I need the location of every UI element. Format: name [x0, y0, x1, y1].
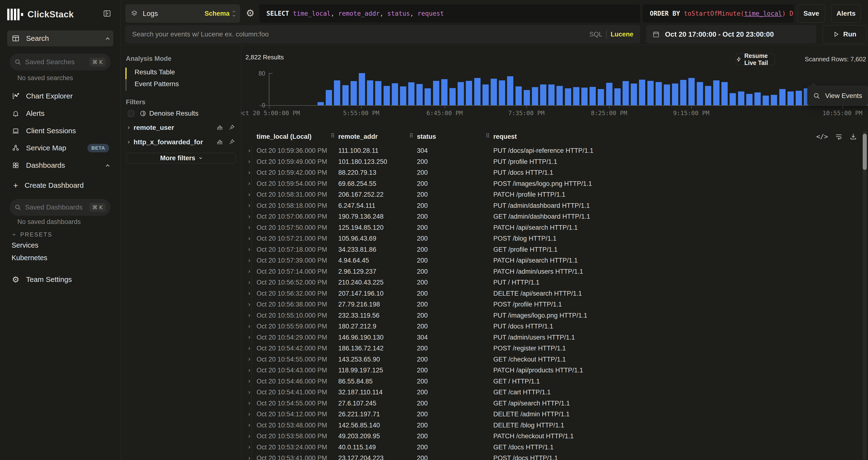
denoise-results-toggle[interactable]: Denoise Results: [128, 110, 198, 117]
bar-chart-icon[interactable]: [217, 124, 223, 131]
row-expand-chevron-icon[interactable]: [247, 358, 250, 361]
table-row[interactable]: Oct 20 10:56:52.000 PM210.240.43.225200P…: [241, 277, 858, 288]
sql-toggle[interactable]: SQL: [589, 31, 602, 38]
row-expand-chevron-icon[interactable]: [247, 446, 250, 449]
sidebar-item-dashboards[interactable]: Dashboards: [7, 158, 113, 173]
event-search-input[interactable]: Search your events w/ Lucene ex. column:…: [125, 25, 640, 44]
create-dashboard-button[interactable]: + Create Dashboard: [7, 178, 113, 193]
table-row[interactable]: Oct 20 10:59:49.000 PM101.180.123.250200…: [241, 156, 858, 168]
mode-event-patterns[interactable]: Event Patterns: [125, 78, 179, 90]
row-expand-chevron-icon[interactable]: [247, 435, 250, 437]
row-expand-chevron-icon[interactable]: [247, 248, 250, 251]
events-histogram[interactable]: 80 0 Oct 20 5:00:00 PM5:55:00 PM6:45:00 …: [241, 71, 868, 115]
row-expand-chevron-icon[interactable]: [247, 325, 250, 328]
drag-handle-icon[interactable]: ⠿: [486, 133, 490, 139]
row-expand-chevron-icon[interactable]: [247, 204, 250, 207]
table-row[interactable]: Oct 20 10:53:48.000 PM142.56.85.140200DE…: [241, 420, 858, 431]
row-expand-chevron-icon[interactable]: [247, 281, 250, 284]
table-row[interactable]: Oct 20 10:54:55.000 PM27.6.107.245200GET…: [241, 398, 858, 409]
view-events-button[interactable]: View Events: [807, 86, 868, 106]
row-expand-chevron-icon[interactable]: [247, 369, 250, 372]
row-expand-chevron-icon[interactable]: [247, 413, 250, 415]
presets-toggle[interactable]: PRESETS: [13, 231, 52, 238]
scrollbar-thumb[interactable]: [863, 134, 867, 170]
row-expand-chevron-icon[interactable]: [247, 314, 250, 317]
table-row[interactable]: Oct 20 10:58:18.000 PM6.247.54.111200PUT…: [241, 200, 858, 211]
table-row[interactable]: Oct 20 10:59:36.000 PM111.100.28.11304PU…: [241, 145, 858, 156]
preset-item-services[interactable]: Services: [11, 241, 38, 249]
drag-handle-icon[interactable]: ⠿: [409, 133, 413, 139]
table-row[interactable]: Oct 20 10:57:39.000 PM4.94.64.45200PATCH…: [241, 255, 858, 266]
table-row[interactable]: Oct 20 10:53:58.000 PM49.203.209.95200PA…: [241, 431, 858, 442]
pin-icon[interactable]: [228, 124, 235, 131]
filter-field-http-x-forwarded-for[interactable]: http_x_forwarded_for: [127, 136, 235, 148]
bar-chart-icon[interactable]: [217, 139, 223, 146]
resume-live-tail-button[interactable]: Resume Live Tail: [736, 54, 775, 65]
column-header-time-local[interactable]: time_local (Local): [252, 133, 334, 140]
row-expand-chevron-icon[interactable]: [247, 380, 250, 383]
sidebar-collapse-icon[interactable]: [102, 9, 112, 18]
row-expand-chevron-icon[interactable]: [247, 391, 250, 394]
sidebar-item-search[interactable]: Search: [7, 30, 113, 46]
row-expand-chevron-icon[interactable]: [247, 347, 250, 350]
table-row[interactable]: Oct 20 10:53:41.000 PM23.127.204.223200P…: [241, 453, 858, 460]
saved-searches-input[interactable]: Saved Searches ⌘ K: [10, 54, 111, 70]
sidebar-item-client-sessions[interactable]: Client Sessions: [7, 123, 113, 138]
row-expand-chevron-icon[interactable]: [247, 182, 250, 185]
drag-handle-icon[interactable]: ⠿: [331, 133, 335, 139]
table-row[interactable]: Oct 20 10:53:24.000 PM40.0.115.149200GET…: [241, 442, 858, 453]
denoise-checkbox[interactable]: [128, 110, 134, 117]
sidebar-item-service-map[interactable]: Service Map BETA: [7, 141, 113, 155]
row-expand-chevron-icon[interactable]: [247, 303, 250, 306]
row-expand-chevron-icon[interactable]: [247, 161, 250, 163]
mode-results-table[interactable]: Results Table: [125, 66, 179, 78]
date-range-picker[interactable]: Oct 20 17:00:00 - Oct 20 23:00:00: [646, 25, 816, 44]
wrap-text-icon[interactable]: [835, 133, 842, 140]
row-expand-chevron-icon[interactable]: [247, 270, 250, 273]
table-row[interactable]: Oct 20 10:55:59.000 PM180.27.212.9200PUT…: [241, 321, 858, 332]
table-row[interactable]: Oct 20 10:57:14.000 PM2.96.129.237200PAT…: [241, 266, 858, 277]
lucene-toggle[interactable]: Lucene: [611, 31, 633, 38]
table-row[interactable]: Oct 20 10:59:42.000 PM88.220.79.13200PUT…: [241, 167, 858, 178]
alerts-button[interactable]: Alerts: [831, 4, 861, 23]
row-expand-chevron-icon[interactable]: [247, 193, 250, 196]
table-row[interactable]: Oct 20 10:54:42.000 PM186.136.72.142200P…: [241, 343, 858, 354]
source-settings-gear-icon[interactable]: ⚙: [244, 6, 257, 20]
more-filters-button[interactable]: More filters: [126, 153, 236, 163]
code-view-icon[interactable]: </>: [816, 133, 828, 140]
schema-link[interactable]: Schema: [205, 10, 235, 18]
column-header-status[interactable]: ⠿status: [412, 133, 489, 140]
source-select[interactable]: Logs Schema: [125, 4, 240, 23]
save-button[interactable]: Save: [798, 4, 825, 23]
table-row[interactable]: Oct 20 10:54:43.000 PM118.99.197.125200P…: [241, 365, 858, 376]
row-expand-chevron-icon[interactable]: [247, 424, 250, 427]
row-expand-chevron-icon[interactable]: [247, 259, 250, 262]
filter-field-remote-user[interactable]: remote_user: [127, 122, 235, 134]
table-row[interactable]: Oct 20 10:57:06.000 PM190.79.136.248200G…: [241, 211, 858, 222]
row-expand-chevron-icon[interactable]: [247, 171, 250, 174]
table-row[interactable]: Oct 20 10:57:50.000 PM125.194.85.120200P…: [241, 222, 858, 233]
sidebar-item-alerts[interactable]: Alerts: [7, 106, 113, 121]
table-row[interactable]: Oct 20 10:56:38.000 PM27.79.216.198200PO…: [241, 299, 858, 310]
table-row[interactable]: Oct 20 10:54:41.000 PM32.187.110.114200G…: [241, 387, 858, 398]
select-clause-input[interactable]: SELECT time_local, remote_addr, status, …: [259, 4, 640, 23]
row-expand-chevron-icon[interactable]: [247, 237, 250, 240]
table-row[interactable]: Oct 20 10:57:21.000 PM105.96.43.69200POS…: [241, 233, 858, 244]
scrollbar-track[interactable]: [863, 131, 867, 460]
preset-item-kubernetes[interactable]: Kubernetes: [11, 254, 47, 262]
table-row[interactable]: Oct 20 10:57:18.000 PM34.233.81.86200GET…: [241, 244, 858, 255]
table-row[interactable]: Oct 20 10:54:29.000 PM146.96.190.130304P…: [241, 332, 858, 343]
row-expand-chevron-icon[interactable]: [247, 292, 250, 295]
table-row[interactable]: Oct 20 10:59:54.000 PM69.68.254.55200POS…: [241, 178, 858, 190]
row-expand-chevron-icon[interactable]: [247, 149, 250, 152]
download-icon[interactable]: [850, 133, 857, 140]
table-row[interactable]: Oct 20 10:54:46.000 PM86.55.84.85200GET …: [241, 376, 858, 387]
row-expand-chevron-icon[interactable]: [247, 336, 250, 339]
table-row[interactable]: Oct 20 10:54:12.000 PM26.221.197.71200DE…: [241, 409, 858, 420]
orderby-clause-input[interactable]: ORDER BY toStartOfMinute(time_local) DES…: [643, 4, 794, 23]
row-expand-chevron-icon[interactable]: [247, 226, 250, 229]
table-row[interactable]: Oct 20 10:56:32.000 PM207.147.196.10200D…: [241, 288, 858, 299]
table-row[interactable]: Oct 20 10:58:31.000 PM206.167.252.22200P…: [241, 189, 858, 200]
table-row[interactable]: Oct 20 10:55:10.000 PM232.33.119.56200PU…: [241, 310, 858, 321]
run-button[interactable]: Run: [823, 25, 867, 44]
